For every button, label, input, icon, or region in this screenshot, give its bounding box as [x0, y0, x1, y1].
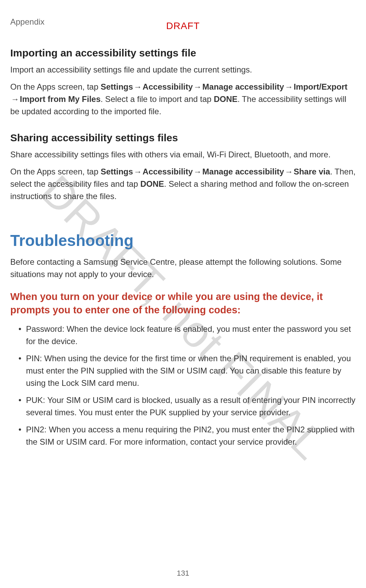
- arrow-icon: →: [193, 81, 202, 93]
- page-content: DRAFT Appendix Importing an accessibilit…: [10, 17, 356, 448]
- text-frag: On the Apps screen, tap: [10, 167, 101, 176]
- bold-settings: Settings: [101, 82, 133, 91]
- sharing-p2: On the Apps screen, tap Settings → Acces…: [10, 166, 356, 202]
- importing-heading: Importing an accessibility settings file: [10, 47, 356, 59]
- arrow-icon: →: [10, 93, 20, 105]
- troubleshooting-heading: Troubleshooting: [10, 231, 356, 250]
- bold-done: DONE: [214, 94, 237, 104]
- arrow-icon: →: [193, 166, 202, 178]
- sharing-p1: Share accessibility settings files with …: [10, 148, 356, 161]
- bold-accessibility: Accessibility: [143, 167, 193, 176]
- bold-sharevia: Share via: [293, 167, 330, 176]
- bold-importexport: Import/Export: [293, 82, 347, 91]
- page-number: 131: [177, 569, 189, 578]
- draft-header: DRAFT: [166, 21, 200, 31]
- text-frag: On the Apps screen, tap: [10, 82, 101, 91]
- arrow-icon: →: [133, 166, 143, 178]
- codes-list: Password: When the device lock feature i…: [10, 323, 356, 448]
- page-container: DRAFT, not FINAL DRAFT Appendix Importin…: [0, 0, 366, 588]
- bold-importfrom: Import from My Files: [20, 94, 101, 104]
- text-frag: . Select a file to import and tap: [101, 94, 214, 104]
- bold-done: DONE: [140, 179, 164, 188]
- bold-manage: Manage accessibility: [202, 82, 284, 91]
- bold-settings: Settings: [101, 167, 133, 176]
- bold-manage: Manage accessibility: [202, 167, 284, 176]
- troubleshooting-intro: Before contacting a Samsung Service Cent…: [10, 256, 356, 280]
- sharing-heading: Sharing accessibility settings files: [10, 132, 356, 144]
- arrow-icon: →: [284, 81, 293, 93]
- importing-p1: Import an accessibility settings file an…: [10, 64, 356, 76]
- list-item: Password: When the device lock feature i…: [20, 323, 356, 348]
- list-item: PIN2: When you access a menu requiring t…: [20, 423, 356, 448]
- bold-accessibility: Accessibility: [143, 82, 193, 91]
- list-item: PIN: When using the device for the first…: [20, 352, 356, 389]
- list-item: PUK: Your SIM or USIM card is blocked, u…: [20, 394, 356, 419]
- importing-p2: On the Apps screen, tap Settings → Acces…: [10, 81, 356, 118]
- codes-heading: When you turn on your device or while yo…: [10, 290, 356, 317]
- arrow-icon: →: [133, 81, 143, 93]
- arrow-icon: →: [284, 166, 293, 178]
